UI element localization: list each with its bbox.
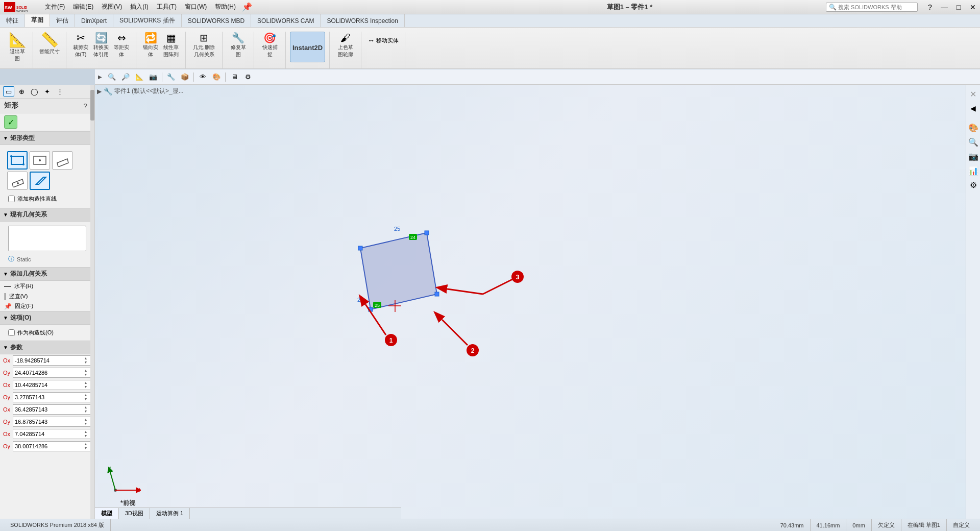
menu-edit[interactable]: 编辑(E) — [69, 0, 97, 14]
minimize-btn[interactable]: — — [937, 0, 951, 14]
param-spin-y1[interactable]: ▲▼ — [82, 369, 89, 377]
section-existing-relations[interactable]: ▼ 现有几何关系 — [0, 208, 94, 222]
strip-btn-5[interactable]: 🔧 — [165, 71, 177, 83]
spin-down-y1[interactable]: ▼ — [82, 373, 89, 377]
panel-btn-4[interactable]: ✦ — [41, 86, 53, 96]
panel-btn-5[interactable]: ⋮ — [54, 86, 65, 96]
panel-btn-rect[interactable]: ▭ — [3, 86, 14, 96]
panel-btn-3[interactable]: ◯ — [29, 86, 40, 96]
param-spin-y4[interactable]: ▲▼ — [82, 442, 89, 451]
right-btn-expand[interactable]: ◀ — [967, 102, 979, 114]
mirror-btn[interactable]: 🔁 镜向实体 — [140, 32, 161, 59]
right-btn-4[interactable]: 🔍 — [967, 136, 979, 148]
param-spin-x3[interactable]: ▲▼ — [82, 405, 89, 414]
color-outline-btn[interactable]: 🖌 上色草图轮廓 — [334, 32, 357, 59]
spin-up-x1[interactable]: ▲ — [82, 356, 89, 360]
tab-sketch[interactable]: 草图 — [25, 14, 50, 27]
tab-sw-mbd[interactable]: SOLIDWORKS MBD — [182, 14, 251, 27]
tab-sw-inspection[interactable]: SOLIDWORKS Inspection — [321, 14, 404, 27]
strip-btn-1[interactable]: 🔍 — [106, 71, 118, 83]
panel-resize-handle[interactable] — [93, 85, 96, 531]
menu-tools[interactable]: 工具(T) — [153, 0, 181, 14]
spin-down-x2[interactable]: ▼ — [82, 385, 89, 389]
param-field-x1[interactable] — [15, 357, 82, 364]
spin-up-x4[interactable]: ▲ — [82, 430, 89, 434]
right-btn-6[interactable]: 📊 — [967, 164, 979, 177]
param-spin-x2[interactable]: ▲▼ — [82, 381, 89, 390]
relations-btn[interactable]: ⊞ 几元,删除几何关系 — [190, 32, 218, 59]
right-btn-1[interactable]: ✕ — [967, 88, 979, 100]
strip-btn-6[interactable]: 📦 — [179, 71, 191, 83]
tab-model[interactable]: 模型 — [95, 508, 119, 519]
offset-btn[interactable]: ⇔ 等距实体 — [111, 32, 132, 59]
tab-motion[interactable]: 运动算例 1 — [150, 508, 190, 519]
param-spin-x4[interactable]: ▲▼ — [82, 430, 89, 439]
spin-up-x3[interactable]: ▲ — [82, 405, 89, 409]
param-field-x4[interactable] — [15, 431, 82, 437]
param-field-y4[interactable] — [15, 443, 82, 449]
section-rect-type[interactable]: ▼ 矩形类型 — [0, 131, 94, 145]
tab-feature[interactable]: 特征 — [0, 14, 25, 27]
main-canvas[interactable]: ▶ 🔧 零件1 (默认<<默认>_显... 25 24 24 25 — [95, 85, 980, 531]
smart-dim-btn[interactable]: 📏 智能尺寸 — [37, 32, 62, 56]
strip-btn-3[interactable]: 📐 — [133, 71, 145, 83]
repair-btn[interactable]: 🔧 修复草图 — [227, 32, 250, 59]
relation-horizontal[interactable]: — 水平(H) — [0, 281, 94, 291]
right-btn-5[interactable]: 📷 — [967, 150, 979, 162]
param-field-x2[interactable] — [15, 382, 82, 388]
move-body-btn[interactable]: ↔ 移动实体 — [365, 36, 401, 45]
param-field-y2[interactable] — [15, 394, 82, 400]
snap-btn[interactable]: 🎯 快速捕捉 — [258, 32, 281, 59]
spin-up-x2[interactable]: ▲ — [82, 381, 89, 385]
strip-btn-2[interactable]: 🔎 — [119, 71, 132, 83]
section-parameters[interactable]: ▼ 参数 — [0, 341, 94, 354]
tab-dimxpert[interactable]: DimXpert — [75, 14, 113, 27]
menu-file[interactable]: 文件(F) — [41, 0, 69, 14]
relation-fixed[interactable]: 📌 固定(F) — [0, 301, 94, 311]
close-btn[interactable]: ✕ — [966, 0, 980, 14]
exit-sketch-btn[interactable]: 📐 退出草 图 — [6, 32, 29, 63]
tab-3dview[interactable]: 3D视图 — [119, 508, 150, 519]
as-construction-line-checkbox[interactable] — [8, 329, 15, 336]
spin-down-x4[interactable]: ▼ — [82, 434, 89, 438]
search-input[interactable] — [838, 4, 910, 10]
param-field-y1[interactable] — [15, 370, 82, 376]
right-btn-7[interactable]: ⚙ — [967, 179, 979, 191]
spin-down-y4[interactable]: ▼ — [82, 446, 89, 450]
menu-insert[interactable]: 插入(I) — [126, 0, 152, 14]
statusbar-custom[interactable]: 自定义 — [947, 519, 976, 531]
instant2d-btn[interactable]: Instant2D — [290, 32, 325, 62]
tab-sw-plugins[interactable]: SOLIDWORKS 插件 — [113, 14, 182, 27]
tab-sw-cam[interactable]: SOLIDWORKS CAM — [251, 14, 321, 27]
section-add-relations[interactable]: ▼ 添加几何关系 — [0, 267, 94, 281]
spin-down-y2[interactable]: ▼ — [82, 397, 89, 401]
trim-btn[interactable]: ✂ 裁剪实体(T) — [70, 32, 91, 59]
rect-center-btn[interactable] — [30, 151, 50, 170]
menu-view[interactable]: 视图(V) — [97, 0, 126, 14]
add-construction-line-checkbox[interactable] — [8, 196, 15, 202]
rect-3pt-corner-btn[interactable] — [52, 151, 72, 170]
param-field-x3[interactable] — [15, 406, 82, 413]
right-btn-3[interactable]: 🎨 — [967, 122, 979, 134]
section-options[interactable]: ▼ 选项(O) — [0, 311, 94, 325]
spin-down-x1[interactable]: ▼ — [82, 360, 89, 365]
panel-btn-2[interactable]: ⊕ — [16, 86, 27, 96]
help-btn[interactable]: ? — [923, 0, 937, 14]
strip-btn-7[interactable]: 👁 — [197, 71, 209, 83]
spin-down-y3[interactable]: ▼ — [82, 422, 89, 426]
strip-btn-9[interactable]: 🖥 — [228, 71, 240, 83]
menu-window[interactable]: 窗口(W) — [181, 0, 211, 14]
rect-corner-btn[interactable] — [7, 151, 28, 170]
strip-btn-8[interactable]: 🎨 — [210, 71, 223, 83]
confirm-check-btn[interactable]: ✓ — [4, 115, 17, 129]
menu-help[interactable]: 帮助(H) — [211, 0, 240, 14]
strip-btn-10[interactable]: ⚙ — [242, 71, 254, 83]
spin-up-y3[interactable]: ▲ — [82, 418, 89, 422]
spin-up-y4[interactable]: ▲ — [82, 442, 89, 446]
param-spin-y2[interactable]: ▲▼ — [82, 393, 89, 402]
tab-evaluate[interactable]: 评估 — [50, 14, 75, 27]
spin-down-x3[interactable]: ▼ — [82, 409, 89, 414]
search-box[interactable]: 🔍 — [826, 3, 918, 12]
maximize-btn[interactable]: □ — [951, 0, 966, 14]
pin-icon[interactable]: 📌 — [242, 2, 252, 12]
